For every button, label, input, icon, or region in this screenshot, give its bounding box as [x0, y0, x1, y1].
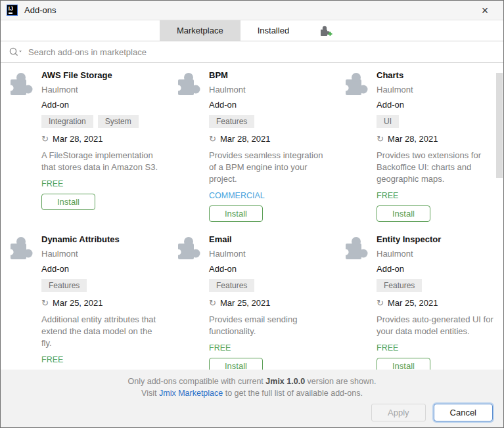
- addon-card-dynamic-attributes: Dynamic Attributes Haulmont Add-on Featu…: [1, 227, 168, 370]
- footer: Only add-ons compatible with current Jmi…: [1, 370, 503, 428]
- license-badge: FREE: [41, 355, 63, 364]
- addon-date: Mar 28, 2021: [220, 134, 271, 144]
- addon-description: Provides email sending functionality.: [209, 314, 332, 337]
- addon-name: Email: [209, 234, 232, 244]
- addon-vendor: Haulmont: [41, 249, 78, 259]
- tab-installed[interactable]: Installed: [241, 20, 306, 41]
- puzzle-icon: [176, 235, 202, 261]
- vertical-scrollbar[interactable]: [496, 73, 503, 178]
- addon-vendor: Haulmont: [377, 85, 413, 95]
- install-plugin-from-disk-button[interactable]: [306, 20, 344, 41]
- update-date-icon: ↻: [377, 135, 384, 143]
- tag-chip: Features: [377, 279, 422, 292]
- puzzle-icon: [9, 235, 35, 261]
- compatibility-note: Only add-ons compatible with current Jmi…: [1, 375, 503, 387]
- addon-type: Add-on: [41, 100, 69, 110]
- addon-card-charts: Charts Haulmont Add-on UI ↻ Mar 28, 2021…: [336, 63, 503, 227]
- jmix-marketplace-link[interactable]: Jmix Marketplace: [159, 389, 223, 398]
- addon-description: Additional entity attributes that extend…: [41, 314, 164, 349]
- addon-type: Add-on: [41, 264, 69, 274]
- addon-description: Provides auto-generated UI for your data…: [377, 314, 499, 337]
- addon-type: Add-on: [209, 264, 237, 274]
- update-date-icon: ↻: [377, 299, 384, 307]
- addon-date: Mar 25, 2021: [388, 298, 438, 308]
- jmix-version: Jmix 1.0.0: [265, 377, 305, 386]
- marketplace-note: Visit Jmix Marketplace to get the full l…: [1, 387, 503, 399]
- puzzle-icon: [344, 235, 370, 261]
- plugin-with-plus-icon: [318, 24, 332, 37]
- addon-name: Entity Inspector: [377, 234, 441, 244]
- close-icon[interactable]: ×: [476, 3, 494, 18]
- update-date-icon: ↻: [209, 135, 216, 143]
- addon-name: AWS File Storage: [41, 70, 112, 80]
- addon-card-email: Email Haulmont Add-on Features ↻ Mar 25,…: [168, 227, 336, 370]
- license-badge: FREE: [209, 343, 231, 353]
- tag-row: Integration System: [41, 115, 139, 128]
- tag-chip: Features: [41, 279, 87, 292]
- date-row: ↻ Mar 25, 2021: [209, 298, 271, 308]
- puzzle-icon: [9, 71, 35, 97]
- license-badge: COMMERCIAL: [209, 191, 265, 200]
- addon-vendor: Haulmont: [377, 249, 413, 259]
- addons-dialog: IJ Add-ons × Marketplace Installed: [0, 0, 504, 428]
- search-icon[interactable]: [9, 47, 23, 57]
- addon-type: Add-on: [377, 264, 404, 274]
- license-badge: FREE: [377, 191, 398, 200]
- date-row: ↻ Mar 28, 2021: [41, 134, 103, 144]
- addon-description: A FileStorage implementation that stores…: [41, 150, 164, 173]
- search-bar: [1, 41, 503, 63]
- tag-row: Features: [377, 279, 422, 292]
- addon-type: Add-on: [209, 100, 237, 110]
- tag-row: Features: [209, 279, 254, 292]
- addon-card-aws-file-storage: AWS File Storage Haulmont Add-on Integra…: [1, 63, 168, 227]
- tag-row: Features: [41, 279, 87, 292]
- tag-chip: Features: [209, 115, 254, 128]
- tab-bar: Marketplace Installed: [1, 20, 503, 41]
- addon-vendor: Haulmont: [41, 85, 78, 95]
- license-badge: FREE: [377, 343, 398, 353]
- addon-name: Charts: [377, 70, 403, 80]
- addon-date: Mar 25, 2021: [220, 298, 271, 308]
- addon-date: Mar 25, 2021: [53, 298, 103, 308]
- install-button[interactable]: Install: [377, 205, 430, 222]
- addon-card-entity-inspector: Entity Inspector Haulmont Add-on Feature…: [336, 227, 503, 370]
- addon-type: Add-on: [377, 100, 404, 110]
- apply-button[interactable]: Apply: [371, 404, 426, 421]
- update-date-icon: ↻: [41, 299, 49, 307]
- date-row: ↻ Mar 25, 2021: [41, 298, 103, 308]
- addon-description: Provides two extensions for Backoffice U…: [377, 150, 499, 185]
- intellij-logo-icon: IJ: [7, 5, 18, 16]
- addon-name: BPM: [209, 70, 228, 80]
- tag-chip: Features: [209, 279, 254, 292]
- window-title: Add-ons: [24, 5, 56, 15]
- addons-grid: AWS File Storage Haulmont Add-on Integra…: [1, 63, 503, 370]
- date-row: ↻ Mar 28, 2021: [209, 134, 271, 144]
- addon-card-bpm: BPM Haulmont Add-on Features ↻ Mar 28, 2…: [168, 63, 336, 227]
- install-button[interactable]: Install: [41, 194, 95, 210]
- addon-vendor: Haulmont: [209, 85, 246, 95]
- addon-date: Mar 28, 2021: [53, 134, 103, 144]
- title-bar: IJ Add-ons ×: [1, 1, 503, 20]
- addon-date: Mar 28, 2021: [388, 134, 438, 144]
- dialog-buttons: Apply Cancel: [371, 404, 493, 421]
- puzzle-icon: [176, 71, 202, 97]
- date-row: ↻ Mar 25, 2021: [377, 298, 438, 308]
- puzzle-icon: [344, 71, 370, 97]
- cancel-button[interactable]: Cancel: [434, 404, 493, 421]
- update-date-icon: ↻: [41, 135, 49, 143]
- install-button[interactable]: Install: [209, 205, 263, 222]
- update-date-icon: ↻: [209, 299, 216, 307]
- addon-vendor: Haulmont: [209, 249, 246, 259]
- tag-row: UI: [377, 115, 399, 128]
- search-input[interactable]: [28, 47, 495, 57]
- date-row: ↻ Mar 28, 2021: [377, 134, 438, 144]
- tag-chip: System: [98, 115, 139, 128]
- addon-description: Provides seamless integration of a BPM e…: [209, 150, 332, 185]
- tab-marketplace[interactable]: Marketplace: [160, 20, 241, 41]
- tag-chip: UI: [377, 115, 399, 128]
- tag-chip: Integration: [41, 115, 93, 128]
- addon-name: Dynamic Attributes: [41, 234, 120, 244]
- tag-row: Features: [209, 115, 254, 128]
- license-badge: FREE: [41, 179, 63, 188]
